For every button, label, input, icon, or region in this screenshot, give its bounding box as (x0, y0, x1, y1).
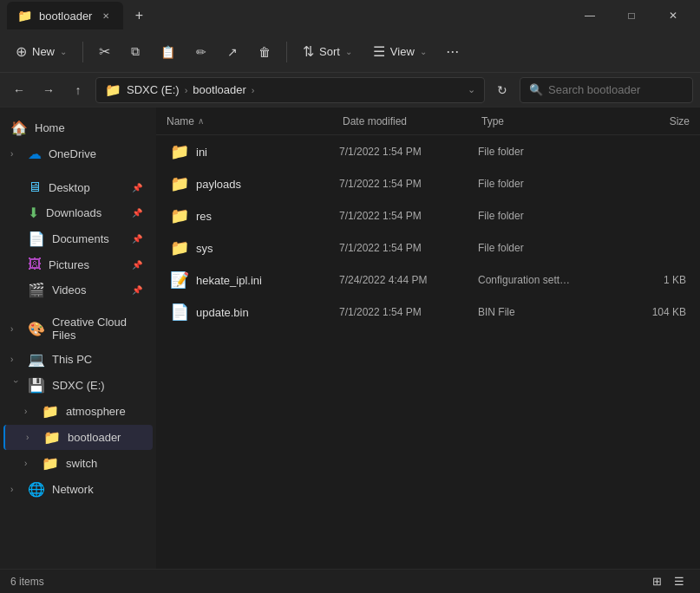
new-chevron-icon: ⌄ (60, 47, 67, 56)
switch-chevron-icon: › (24, 459, 35, 468)
sidebar-switch-label: switch (66, 457, 97, 470)
up-button[interactable]: ↑ (66, 78, 90, 102)
forward-button[interactable]: → (36, 78, 61, 102)
file-type: File folder (478, 210, 617, 222)
toolbar-separator-1 (82, 42, 83, 62)
rename-button[interactable]: ✏ (187, 40, 215, 64)
file-type: File folder (478, 178, 617, 190)
more-options-button[interactable]: ··· (439, 38, 467, 66)
items-count: 6 items (10, 576, 44, 588)
paste-button[interactable]: 📋 (152, 40, 184, 64)
minimize-button[interactable]: — (570, 2, 610, 29)
desktop-icon: 🖥 (28, 179, 42, 195)
view-button[interactable]: ☰ View ⌄ (364, 38, 435, 65)
sidebar-item-onedrive[interactable]: › ☁ OneDrive (3, 141, 153, 166)
desktop-pin-icon: 📌 (132, 183, 142, 192)
view-toggle: ⊞ ☰ (646, 572, 690, 591)
file-date: 7/1/2022 1:54 PM (339, 210, 478, 222)
file-name: hekate_ipl.ini (196, 274, 262, 287)
sidebar-gap-1 (0, 167, 156, 174)
table-row[interactable]: 📁 res 7/1/2022 1:54 PM File folder (160, 200, 697, 231)
sort-button[interactable]: ⇅ Sort ⌄ (294, 38, 361, 65)
documents-icon: 📄 (28, 231, 45, 247)
sdxc-icon: 💾 (28, 377, 45, 394)
close-button[interactable]: ✕ (653, 2, 693, 29)
new-label: New (32, 45, 55, 58)
table-row[interactable]: 📁 payloads 7/1/2022 1:54 PM File folder (160, 168, 697, 199)
search-input[interactable] (548, 83, 684, 96)
sort-chevron-icon: ⌄ (345, 47, 352, 56)
sidebar-item-switch[interactable]: › 📁 switch (3, 451, 153, 476)
folder-icon: 📁 (170, 174, 189, 193)
sidebar-documents-label: Documents (52, 232, 109, 245)
folder-icon: 📁 (170, 206, 189, 225)
share-button[interactable]: ↗ (219, 40, 246, 64)
window-controls: — □ ✕ (570, 2, 693, 29)
col-type-header[interactable]: Type (481, 115, 620, 127)
back-button[interactable]: ← (7, 78, 31, 102)
sidebar-item-desktop[interactable]: 🖥 Desktop 📌 (3, 175, 153, 199)
title-bar: 📁 bootloader ✕ + — □ ✕ (0, 0, 700, 31)
file-name-cell: 📁 payloads (170, 174, 339, 193)
sidebar-item-bootloader[interactable]: › 📁 bootloader (3, 425, 153, 450)
documents-pin-icon: 📌 (132, 234, 142, 244)
view-chevron-icon: ⌄ (420, 47, 427, 56)
sidebar-item-creative[interactable]: › 🎨 Creative Cloud Files (3, 311, 153, 346)
sidebar-item-videos[interactable]: 🎬 Videos 📌 (3, 277, 153, 303)
sidebar-gap-2 (0, 303, 156, 310)
col-date-label: Date modified (343, 115, 407, 127)
tab-close-button[interactable]: ✕ (99, 9, 113, 23)
atmosphere-chevron-icon: › (24, 407, 35, 416)
cut-button[interactable]: ✂ (90, 38, 119, 65)
col-name-header[interactable]: Name ∧ (167, 115, 343, 127)
rename-icon: ✏ (196, 45, 206, 59)
sidebar-network-label: Network (52, 483, 94, 496)
sort-arrow-icon: ∧ (198, 116, 204, 126)
file-date: 7/1/2022 1:54 PM (339, 146, 478, 158)
address-sep-2: › (252, 85, 255, 95)
file-name: payloads (196, 178, 241, 191)
sidebar-item-pictures[interactable]: 🖼 Pictures 📌 (3, 252, 153, 277)
file-type: BIN File (478, 306, 617, 318)
cut-icon: ✂ (99, 43, 110, 60)
maximize-button[interactable]: □ (612, 2, 651, 29)
new-tab-button[interactable]: + (127, 3, 151, 28)
sidebar-item-downloads[interactable]: ⬇ Downloads 📌 (3, 200, 153, 225)
table-row[interactable]: 📄 update.bin 7/1/2022 1:54 PM BIN File 1… (160, 296, 697, 328)
file-name-cell: 📁 ini (170, 142, 339, 161)
copy-button[interactable]: ⧉ (122, 39, 148, 64)
file-header: Name ∧ Date modified Type Size (156, 108, 700, 135)
delete-button[interactable]: 🗑 (250, 40, 279, 64)
addressbar-row: ← → ↑ 📁 SDXC (E:) › bootloader › ⌄ ↻ 🔍 (0, 73, 700, 108)
bin-icon: 📄 (170, 303, 189, 322)
tab-bootloader[interactable]: 📁 bootloader ✕ (7, 2, 123, 29)
file-type: File folder (478, 146, 617, 158)
grid-view-button[interactable]: ⊞ (646, 572, 667, 591)
sidebar-item-sdxc[interactable]: › 💾 SDXC (E:) (3, 373, 153, 398)
delete-icon: 🗑 (258, 45, 271, 59)
new-button[interactable]: ⊕ New ⌄ (7, 38, 75, 65)
file-name-cell: 📁 sys (170, 238, 339, 257)
view-icon: ☰ (373, 43, 385, 60)
col-size-header[interactable]: Size (620, 115, 690, 127)
sidebar-item-atmosphere[interactable]: › 📁 atmosphere (3, 399, 153, 424)
folder-icon: 📁 (170, 142, 189, 161)
table-row[interactable]: 📁 ini 7/1/2022 1:54 PM File folder (160, 136, 697, 167)
table-row[interactable]: 📁 sys 7/1/2022 1:54 PM File folder (160, 232, 697, 264)
table-row[interactable]: 📝 hekate_ipl.ini 7/24/2022 4:44 PM Confi… (160, 264, 697, 296)
sidebar-item-home[interactable]: 🏠 Home (3, 115, 153, 140)
address-bar[interactable]: 📁 SDXC (E:) › bootloader › ⌄ (95, 77, 485, 103)
status-bar: 6 items ⊞ ☰ (0, 569, 700, 593)
sidebar-item-documents[interactable]: 📄 Documents 📌 (3, 226, 153, 251)
refresh-button[interactable]: ↻ (490, 78, 514, 102)
sort-label: Sort (319, 45, 340, 58)
sidebar-item-network[interactable]: › 🌐 Network (3, 477, 153, 502)
sidebar-item-thispc[interactable]: › 💻 This PC (3, 347, 153, 372)
tab-folder-icon: 📁 (17, 9, 32, 23)
list-view-button[interactable]: ☰ (669, 572, 690, 591)
sidebar-videos-label: Videos (52, 283, 87, 296)
sdxc-chevron-icon: › (11, 381, 21, 391)
search-box[interactable]: 🔍 (520, 77, 693, 103)
col-date-header[interactable]: Date modified (343, 115, 481, 127)
sidebar-onedrive-label: OneDrive (49, 147, 96, 160)
